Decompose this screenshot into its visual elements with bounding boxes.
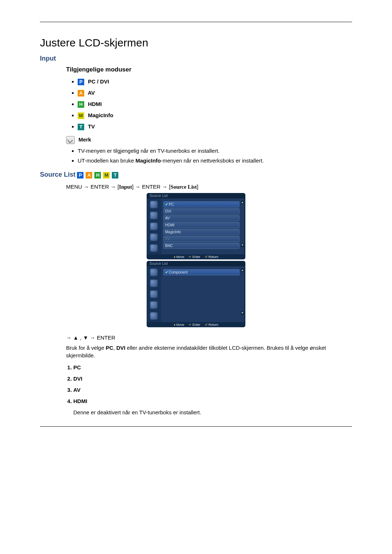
scroll-down-icon[interactable]: ▼ (241, 311, 244, 315)
list-item: DVI (73, 376, 352, 382)
scroll-up-icon[interactable]: ▲ (241, 268, 244, 272)
enter-icon: ↵ (189, 255, 192, 259)
mode-tv: T TV (78, 123, 352, 130)
t-badge-icon: T (112, 172, 118, 178)
check-icon: ✔ (165, 202, 168, 205)
osd-title: Source List (147, 261, 245, 266)
nav-instruction: → ▲ , ▼ → ENTER (66, 335, 352, 341)
osd-side-icon (150, 312, 158, 320)
a-badge-icon: A (86, 172, 92, 178)
note-label: Merk (78, 136, 91, 143)
osd-panel-2: Source List ✔Component ▲ ▼ ♦ Move ↵ Ente… (147, 261, 245, 327)
note-heading: Merk (66, 136, 352, 144)
note-icon (66, 136, 75, 144)
p-badge-icon: P (78, 79, 84, 85)
osd-side-icon (150, 301, 158, 309)
osd-footer: ♦ Move ↵ Enter ↺ Return (147, 322, 245, 327)
osd-scrollbar[interactable]: ▲ ▼ (241, 268, 244, 315)
osd-side-icon (150, 244, 158, 252)
mode-hdmi: H HDMI (78, 101, 352, 108)
osd-title: Source List (147, 193, 245, 198)
osd-side-icon (150, 268, 158, 276)
osd-main: ✔PC DVI AV HDMI MagicInfo TV BNC ▲ ▼ (161, 198, 245, 254)
note-item: TV-menyen er tilgjengelig når en TV-tune… (78, 148, 352, 154)
source-numbered-list: PC DVI AV HDMI (73, 364, 352, 404)
osd-item-component[interactable]: ✔Component (163, 269, 240, 275)
scroll-up-icon[interactable]: ▲ (241, 201, 244, 204)
source-list-heading: Source List (40, 171, 75, 178)
mode-av: A AV (78, 90, 352, 97)
bottom-divider (40, 426, 352, 427)
osd-item-tv: TV (163, 236, 240, 242)
mode-label: PC / DVI (88, 78, 109, 85)
mode-label: AV (88, 90, 95, 96)
move-icon: ♦ (174, 323, 176, 327)
osd-sidebar (147, 198, 161, 254)
note-list: TV-menyen er tilgjengelig når en TV-tune… (78, 148, 352, 164)
badge-row: PAHMT (77, 172, 121, 179)
check-icon: ✔ (165, 270, 168, 272)
osd-side-icon (150, 233, 158, 241)
osd-side-icon (150, 212, 158, 219)
list-item: HDMI (73, 398, 352, 404)
hdmi-note: Denne er deaktivert når en TV-tunerboks … (73, 409, 352, 415)
mode-label: TV (88, 123, 95, 130)
scroll-down-icon[interactable]: ▼ (241, 243, 244, 247)
available-modes-heading: Tilgjengelige moduser (66, 66, 352, 73)
page-title: Justere LCD-skjermen (40, 37, 352, 49)
osd-side-icon (150, 279, 158, 287)
note-item: UT-modellen kan bruke MagicInfo-menyen n… (78, 157, 352, 164)
m-badge-icon: M (103, 172, 110, 178)
mode-list: P PC / DVI A AV H HDMI M MagicInfo T TV (78, 78, 352, 130)
osd-scrollbar[interactable]: ▲ ▼ (241, 201, 244, 247)
mode-pc-dvi: P PC / DVI (78, 78, 352, 85)
osd-sidebar (147, 266, 161, 322)
mode-magicinfo: M MagicInfo (78, 112, 352, 119)
mode-label: HDMI (88, 101, 102, 107)
move-icon: ♦ (174, 255, 176, 259)
source-list-heading-row: Source List PAHMT (40, 171, 352, 178)
usage-paragraph: Bruk for å velge PC, DVI eller andre eks… (66, 344, 352, 359)
enter-icon: ↵ (189, 323, 192, 327)
p-badge-icon: P (77, 172, 83, 178)
osd-side-icon (150, 290, 158, 298)
osd-item-dvi[interactable]: DVI (163, 208, 240, 214)
osd-side-icon (150, 222, 158, 230)
osd-item-pc[interactable]: ✔PC (163, 201, 240, 208)
h-badge-icon: H (78, 101, 84, 108)
osd-main: ✔Component ▲ ▼ (161, 266, 245, 322)
osd-item-magicinfo[interactable]: MagicInfo (163, 229, 240, 235)
mode-label: MagicInfo (88, 112, 113, 118)
osd-panel-1: Source List ✔PC DVI AV HDMI MagicInfo TV… (147, 193, 245, 259)
section-input-heading: Input (40, 55, 352, 62)
a-badge-icon: A (78, 90, 84, 97)
menu-breadcrumb: MENU → ENTER → [Input] → ENTER → [Source… (66, 184, 352, 190)
osd-side-icon (150, 201, 158, 209)
h-badge-icon: H (94, 172, 101, 178)
m-badge-icon: M (78, 112, 84, 119)
osd-item-av[interactable]: AV (163, 215, 240, 221)
return-icon: ↺ (205, 255, 208, 259)
list-item: AV (73, 387, 352, 393)
osd-footer: ♦ Move ↵ Enter ↺ Return (147, 254, 245, 259)
t-badge-icon: T (78, 124, 84, 130)
osd-item-hdmi[interactable]: HDMI (163, 222, 240, 228)
top-divider (40, 22, 352, 22)
osd-item-bnc[interactable]: BNC (163, 243, 240, 249)
return-icon: ↺ (205, 323, 208, 327)
list-item: PC (73, 364, 352, 370)
